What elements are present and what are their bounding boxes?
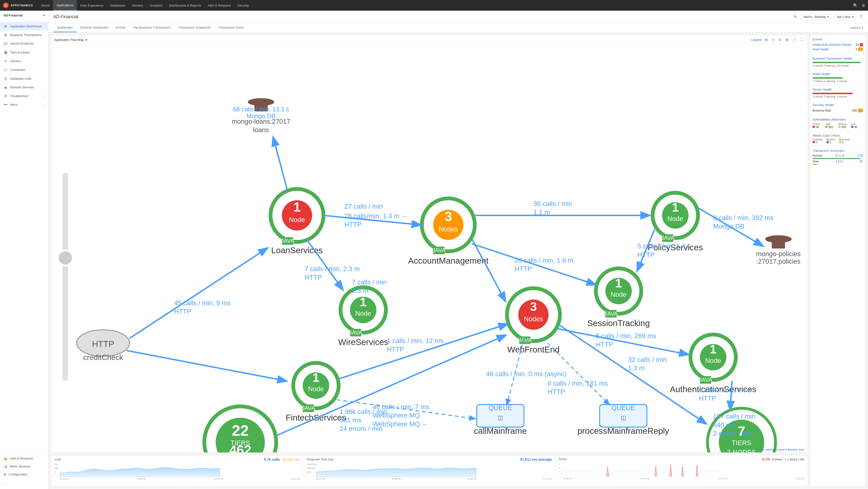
svg-text:WebSphere MQ: WebSphere MQ [373,412,420,419]
map-view-toggle-1[interactable]: ⊞ [764,37,769,42]
sidebar-item-label: Remote Services [10,86,34,89]
nav-alert[interactable]: Alert & Respond [205,0,234,11]
response-avg: 37,611 ms average [520,457,552,461]
svg-text:JAVA: JAVA [699,377,712,383]
map-fullscreen[interactable]: ⛶ [799,37,805,42]
svg-text::27017.policies: :27017.policies [756,258,800,265]
map-expand[interactable]: ⤢ [792,37,797,42]
time-dropdown-icon: ▾ [852,15,854,19]
refresh-button[interactable]: ↻ [793,13,798,20]
sidebar-item-containers[interactable]: ⬡ Containers [0,65,48,74]
flow-map-title-button[interactable]: Application Flow Map ▾ [54,38,87,42]
time-selector[interactable]: last 1 hour ▾ [834,14,856,20]
containers-icon: ⬡ [3,68,8,72]
svg-text:JAVA: JAVA [604,311,618,317]
sidebar-item-database-calls[interactable]: ◫ Database Calls [0,74,48,83]
right-panel: Events Health Rule Violations Started 16… [810,35,866,487]
help-button[interactable]: ? [859,14,863,20]
sidebar-dropdown-icon[interactable]: ▾ [43,13,45,17]
tabs-list: Dashboard Network Dashboard Events Top B… [53,23,248,32]
settings-icon[interactable]: ⚙ [862,3,865,8]
svg-text:1: 1 [615,276,622,290]
response-title: Response Time (ms) [307,458,334,461]
sidebar-item-service-endpoints[interactable]: [+] Service Endpoints [0,39,48,48]
server-health-section: Server Health 1 critical, 0 warning, 0 n… [812,88,863,98]
actions-button[interactable]: Actions ▾ [850,26,863,30]
vuln-low-label: Low [851,123,863,125]
tc-slow-row: Slow 1.6 % 91 [812,160,863,163]
map-view-toggle-2[interactable]: ≡ [771,37,775,42]
sidebar-item-alert-respond[interactable]: 🔔 Alert & Respond [0,454,48,462]
page-title: AD-Financial [53,14,78,20]
flow-map-svg[interactable]: HTTP creditCheck mongo-loans:27017 loans… [51,44,808,452]
sidebar-item-tiers-nodes[interactable]: ▦ Tiers & Nodes [0,48,48,57]
config-icon: ⚙ [3,472,6,476]
nav-servers[interactable]: Servers [129,0,146,11]
map-grid-view[interactable]: ⊞ [784,37,790,42]
tc-normal-bar [812,158,861,159]
svg-text:1: 1 [312,371,319,384]
tc-title: Transaction Scorecard [812,149,863,153]
events-section: Events Health Rule Violations Started 16… [812,37,863,52]
tc-normal-pct: 97.1 % [835,154,844,157]
bt-icon: ⊞ [3,33,8,37]
sidebar-item-configuration[interactable]: ⚙ Configuration [0,470,48,478]
vulnerabilities-section: Vulnerabilities (Real-time) Critical 36 … [812,118,863,129]
tiers-icon: ▦ [3,50,8,55]
search-icon[interactable]: 🔍 [853,3,858,8]
errors-rate: < 1 errors / min [785,458,804,461]
vuln-high-dot [826,126,828,128]
legend-button[interactable]: Legend [751,38,762,42]
business-risk-value: 550 [852,109,857,112]
events-title: Events [812,37,863,41]
svg-text:HTTP: HTTP [596,341,613,348]
svg-text:3: 3 [530,300,537,314]
svg-text:WireServices: WireServices [338,337,388,347]
vuln-critical-label: Critical [812,123,825,125]
nav-home[interactable]: Home [38,0,53,11]
sidebar-item-business-transactions[interactable]: ⊞ Business Transactions [0,31,48,39]
hr-violations-label[interactable]: Health Rule Violations Started [812,43,851,46]
sidebar-item-application-dashboard[interactable]: ⊞ Application Dashboard [0,22,48,31]
svg-text:JAVA: JAVA [302,405,315,411]
tab-dashboard[interactable]: Dashboard [53,23,76,32]
hr-violations-badge: ! [860,43,863,46]
exploited-value: 0 [816,141,817,144]
tab-events[interactable]: Events [112,23,130,32]
errors-pct: 0.1% [762,457,770,461]
nav-security[interactable]: Security [234,0,252,11]
node-health-events-label[interactable]: Node Health [812,48,829,51]
sidebar-item-servers[interactable]: ≡ Servers [0,57,48,65]
tab-transaction-score[interactable]: Transaction Score [214,23,248,32]
tab-transaction-snapshots[interactable]: Transaction Snapshots [175,23,214,32]
netviz-selector[interactable]: NetViz - Baseline ▾ [801,14,831,20]
vuln-low-value: 90 [854,125,857,129]
sidebar-collapse-button[interactable]: ← [0,480,48,489]
nav-user-experience[interactable]: User Experience [77,0,107,11]
app-logo[interactable]: APPDYNAMICS [3,2,33,8]
map-zoom-fit[interactable]: ⊡ [777,37,782,42]
sidebar-item-more[interactable]: ••• More › [0,100,48,109]
svg-text:2 errors / min: 2 errors / min [713,430,752,437]
more-icon: ••• [3,102,8,107]
nav-applications[interactable]: Applications [53,0,77,11]
svg-text:HTTP: HTTP [515,265,532,272]
sidebar-divider [0,451,48,451]
svg-text:5 calls / min, 1.4 s: 5 calls / min, 1.4 s [638,242,690,250]
node-health-desc: 7 critical, 2 warning, 7 normal [812,79,863,83]
tab-network-dashboard[interactable]: Network Dashboard [76,23,112,32]
vuln-low-dot [851,126,854,128]
vuln-medium-label: Medium [838,123,850,125]
sidebar-item-troubleshoot[interactable]: ⊡ Troubleshoot › [0,92,48,100]
sidebar-item-metric-browser[interactable]: 📊 Metric Browser [0,462,48,470]
node-health-section-title: Node Health [812,72,863,76]
svg-text:HTTP: HTTP [344,221,362,228]
exploited-label: Exploited [812,138,823,141]
tab-top-business-transactions[interactable]: Top Business Transactions [129,23,175,32]
sidebar-item-label: More [10,103,18,106]
sidebar-item-remote-services[interactable]: ☁ Remote Services [0,83,48,92]
nav-dashboards[interactable]: Dashboards & Reports [166,0,205,11]
nav-analytics[interactable]: Analytics [146,0,166,11]
nav-databases[interactable]: Databases [107,0,129,11]
events-item-node-health: Node Health 4 ⚠ [812,47,863,52]
